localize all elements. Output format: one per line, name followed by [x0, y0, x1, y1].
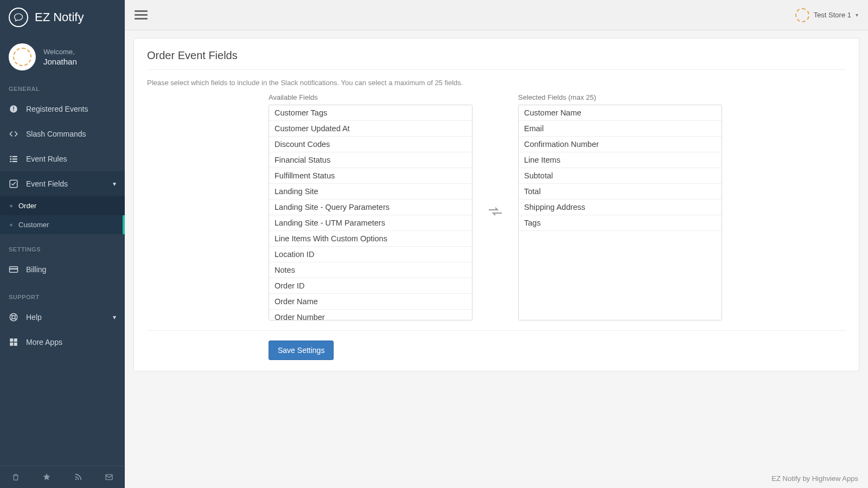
topbar: Test Store 1 ▾ [125, 0, 868, 30]
svg-rect-6 [12, 158, 17, 159]
sidebar-item-help[interactable]: Help ▾ [0, 305, 125, 330]
star-icon[interactable] [31, 466, 63, 488]
sidebar-item-label: Registered Events [26, 105, 116, 113]
chevron-down-icon: ▾ [856, 12, 858, 18]
brand[interactable]: EZ Notify [0, 0, 125, 35]
check-square-icon [9, 179, 18, 189]
sidebar-item-label: Event Fields [26, 179, 113, 188]
list-item[interactable]: Customer Name [519, 105, 722, 121]
list-item[interactable]: Total [519, 184, 722, 200]
hint-text: Please select which fields to include in… [147, 79, 846, 87]
sidebar-item-registered-events[interactable]: Registered Events [0, 97, 125, 121]
user-block: Welcome, Jonathan [0, 35, 125, 81]
list-item[interactable]: Line Items [519, 152, 722, 168]
bag-icon[interactable] [0, 466, 31, 488]
field-picker: Available Fields Customer TagsCustomer U… [147, 93, 846, 320]
sidebar-subitem-customer[interactable]: Customer [0, 215, 125, 234]
sidebar: EZ Notify Welcome, Jonathan GENERAL Regi… [0, 0, 125, 488]
list-item[interactable]: Order ID [269, 278, 472, 294]
svg-rect-2 [13, 110, 14, 111]
available-title: Available Fields [269, 93, 473, 101]
code-icon [9, 129, 18, 139]
list-item[interactable]: Fulfillment Status [269, 168, 472, 184]
grid-icon [9, 337, 18, 347]
store-badge-icon [795, 8, 809, 22]
sidebar-subitem-label: Customer [18, 221, 49, 229]
svg-rect-17 [14, 343, 17, 346]
list-item[interactable]: Notes [269, 262, 472, 278]
chevron-down-icon: ▾ [113, 313, 116, 321]
selected-listbox[interactable]: Customer NameEmailConfirmation NumberLin… [518, 105, 722, 320]
store-name: Test Store 1 [814, 11, 851, 19]
sidebar-item-slash-commands[interactable]: Slash Commands [0, 121, 125, 146]
svg-rect-7 [10, 161, 11, 162]
chevron-down-icon: ▾ [113, 180, 116, 188]
svg-rect-8 [12, 161, 17, 162]
svg-rect-16 [10, 343, 13, 346]
sidebar-item-label: Slash Commands [26, 130, 116, 138]
list-item[interactable]: Customer Tags [269, 105, 472, 121]
selected-column: Selected Fields (max 25) Customer NameEm… [518, 93, 722, 320]
content-card: Order Event Fields Please select which f… [133, 38, 859, 371]
welcome-text: Welcome, [43, 48, 77, 56]
nav-section-settings: SETTINGS [0, 242, 125, 257]
list-icon [9, 154, 18, 164]
svg-rect-15 [14, 338, 17, 342]
list-item[interactable]: Customer Updated At [269, 121, 472, 137]
svg-rect-4 [12, 156, 17, 157]
svg-rect-1 [13, 107, 14, 110]
username: Jonathan [43, 57, 77, 66]
list-item[interactable]: Landing Site - UTM Parameters [269, 215, 472, 231]
svg-rect-5 [10, 158, 11, 159]
selected-title: Selected Fields (max 25) [518, 93, 722, 101]
store-switcher[interactable]: Test Store 1 ▾ [795, 8, 858, 22]
chat-bubble-icon [9, 8, 28, 27]
event-fields-subgroup: Order Customer [0, 196, 125, 234]
envelope-icon[interactable] [94, 466, 125, 488]
list-item[interactable]: Line Items With Custom Options [269, 231, 472, 247]
save-button[interactable]: Save Settings [269, 341, 334, 360]
rss-icon[interactable] [62, 466, 94, 488]
list-item[interactable]: Financial Status [269, 152, 472, 168]
sidebar-item-more-apps[interactable]: More Apps [0, 330, 125, 355]
swap-icon[interactable] [489, 196, 502, 218]
list-item[interactable]: Location ID [269, 247, 472, 262]
list-item[interactable]: Order Number [269, 310, 472, 320]
list-item[interactable]: Confirmation Number [519, 137, 722, 152]
sidebar-item-event-fields[interactable]: Event Fields ▾ [0, 171, 125, 196]
exclamation-circle-icon [9, 104, 18, 114]
lifebuoy-icon [9, 312, 18, 322]
sidebar-footer [0, 466, 125, 488]
divider [147, 330, 846, 331]
main: Order Event Fields Please select which f… [125, 30, 868, 488]
list-item[interactable]: Landing Site - Query Parameters [269, 200, 472, 215]
sidebar-subitem-order[interactable]: Order [0, 196, 125, 215]
page-title: Order Event Fields [147, 49, 846, 70]
svg-point-13 [12, 316, 15, 319]
hamburger-icon[interactable] [135, 9, 148, 22]
avatar [9, 43, 36, 70]
list-item[interactable]: Shipping Address [519, 200, 722, 215]
sidebar-item-label: More Apps [26, 338, 116, 346]
available-column: Available Fields Customer TagsCustomer U… [269, 93, 473, 320]
sidebar-item-label: Event Rules [26, 155, 116, 163]
sidebar-item-label: Billing [26, 265, 116, 274]
sidebar-item-label: Help [26, 313, 113, 322]
sidebar-item-billing[interactable]: Billing [0, 257, 125, 282]
svg-point-18 [75, 479, 76, 480]
footer-text: EZ Notify by Highview Apps [771, 474, 858, 483]
nav-section-support: SUPPORT [0, 290, 125, 305]
list-item[interactable]: Discount Codes [269, 137, 472, 152]
list-item[interactable]: Email [519, 121, 722, 137]
svg-rect-3 [10, 156, 11, 157]
list-item[interactable]: Order Name [269, 294, 472, 310]
available-listbox[interactable]: Customer TagsCustomer Updated AtDiscount… [269, 105, 473, 320]
sidebar-item-event-rules[interactable]: Event Rules [0, 146, 125, 171]
svg-rect-14 [10, 338, 13, 342]
list-item[interactable]: Tags [519, 215, 722, 231]
list-item[interactable]: Landing Site [269, 184, 472, 200]
svg-rect-11 [10, 268, 18, 269]
nav-section-general: GENERAL [0, 81, 125, 97]
brand-name: EZ Notify [35, 10, 84, 24]
list-item[interactable]: Subtotal [519, 168, 722, 184]
